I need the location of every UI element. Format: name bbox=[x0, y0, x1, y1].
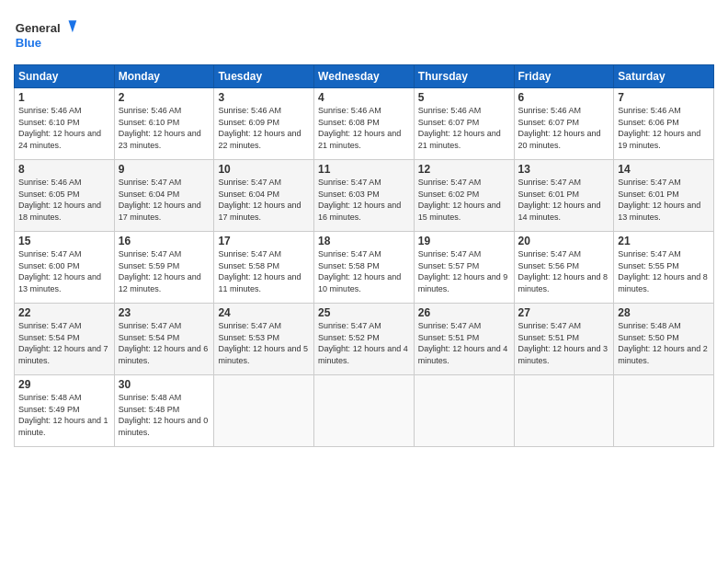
day-number: 25 bbox=[318, 306, 410, 319]
calendar-day-cell: 7 Sunrise: 5:46 AM Sunset: 6:06 PM Dayli… bbox=[614, 88, 714, 160]
calendar-day-cell: 23 Sunrise: 5:47 AM Sunset: 5:54 PM Dayl… bbox=[114, 304, 214, 375]
calendar-day-cell: 17 Sunrise: 5:47 AM Sunset: 5:58 PM Dayl… bbox=[214, 232, 314, 304]
calendar-week-row: 8 Sunrise: 5:46 AM Sunset: 6:05 PM Dayli… bbox=[15, 160, 714, 232]
calendar-day-cell: 24 Sunrise: 5:47 AM Sunset: 5:53 PM Dayl… bbox=[214, 304, 314, 375]
calendar-day-cell: 20 Sunrise: 5:47 AM Sunset: 5:56 PM Dayl… bbox=[514, 232, 614, 304]
svg-marker-2 bbox=[69, 20, 77, 32]
calendar-day-cell: 1 Sunrise: 5:46 AM Sunset: 6:10 PM Dayli… bbox=[15, 88, 115, 160]
day-info: Sunrise: 5:47 AM Sunset: 5:56 PM Dayligh… bbox=[518, 248, 610, 294]
calendar-day-cell: 10 Sunrise: 5:47 AM Sunset: 6:04 PM Dayl… bbox=[214, 160, 314, 232]
day-number: 22 bbox=[18, 306, 110, 319]
day-number: 11 bbox=[318, 163, 410, 176]
day-number: 9 bbox=[119, 163, 210, 176]
day-number: 23 bbox=[119, 306, 210, 319]
col-thursday: Thursday bbox=[414, 65, 514, 88]
calendar-day-cell bbox=[214, 375, 314, 447]
day-number: 24 bbox=[218, 306, 310, 319]
calendar-week-row: 1 Sunrise: 5:46 AM Sunset: 6:10 PM Dayli… bbox=[15, 88, 714, 160]
calendar-day-cell: 19 Sunrise: 5:47 AM Sunset: 5:57 PM Dayl… bbox=[414, 232, 514, 304]
page: General Blue Sunday Monday Tuesday Wedne… bbox=[0, 0, 728, 563]
day-info: Sunrise: 5:47 AM Sunset: 5:59 PM Dayligh… bbox=[119, 248, 210, 294]
col-sunday: Sunday bbox=[15, 65, 115, 88]
calendar-table: Sunday Monday Tuesday Wednesday Thursday… bbox=[14, 64, 714, 447]
day-number: 12 bbox=[418, 163, 510, 176]
day-info: Sunrise: 5:47 AM Sunset: 5:51 PM Dayligh… bbox=[518, 320, 610, 366]
calendar-day-cell: 21 Sunrise: 5:47 AM Sunset: 5:55 PM Dayl… bbox=[614, 232, 714, 304]
calendar-week-row: 29 Sunrise: 5:48 AM Sunset: 5:49 PM Dayl… bbox=[15, 375, 714, 447]
calendar-day-cell: 26 Sunrise: 5:47 AM Sunset: 5:51 PM Dayl… bbox=[414, 304, 514, 375]
calendar-day-cell: 22 Sunrise: 5:47 AM Sunset: 5:54 PM Dayl… bbox=[15, 304, 115, 375]
day-info: Sunrise: 5:47 AM Sunset: 5:58 PM Dayligh… bbox=[318, 248, 410, 294]
day-info: Sunrise: 5:48 AM Sunset: 5:49 PM Dayligh… bbox=[18, 392, 110, 438]
calendar-day-cell: 8 Sunrise: 5:46 AM Sunset: 6:05 PM Dayli… bbox=[15, 160, 115, 232]
day-number: 1 bbox=[18, 91, 110, 104]
day-info: Sunrise: 5:47 AM Sunset: 6:02 PM Dayligh… bbox=[418, 177, 510, 223]
day-number: 13 bbox=[518, 163, 610, 176]
day-number: 17 bbox=[218, 235, 310, 247]
logo: General Blue bbox=[14, 14, 78, 55]
calendar-day-cell: 27 Sunrise: 5:47 AM Sunset: 5:51 PM Dayl… bbox=[514, 304, 614, 375]
day-number: 27 bbox=[518, 306, 610, 319]
calendar-day-cell: 4 Sunrise: 5:46 AM Sunset: 6:08 PM Dayli… bbox=[314, 88, 415, 160]
day-info: Sunrise: 5:47 AM Sunset: 5:54 PM Dayligh… bbox=[119, 320, 210, 366]
calendar-day-cell bbox=[414, 375, 514, 447]
calendar-day-cell: 6 Sunrise: 5:46 AM Sunset: 6:07 PM Dayli… bbox=[514, 88, 614, 160]
day-info: Sunrise: 5:46 AM Sunset: 6:10 PM Dayligh… bbox=[119, 105, 210, 151]
calendar-day-cell: 2 Sunrise: 5:46 AM Sunset: 6:10 PM Dayli… bbox=[114, 88, 214, 160]
day-info: Sunrise: 5:47 AM Sunset: 5:58 PM Dayligh… bbox=[218, 248, 310, 294]
day-number: 5 bbox=[418, 91, 510, 104]
calendar-day-cell bbox=[514, 375, 614, 447]
day-number: 7 bbox=[618, 91, 710, 104]
day-number: 2 bbox=[119, 91, 210, 104]
calendar-day-cell: 11 Sunrise: 5:47 AM Sunset: 6:03 PM Dayl… bbox=[314, 160, 415, 232]
day-number: 14 bbox=[618, 163, 710, 176]
day-number: 16 bbox=[119, 235, 210, 247]
header-row: Sunday Monday Tuesday Wednesday Thursday… bbox=[15, 65, 714, 88]
calendar-day-cell bbox=[314, 375, 415, 447]
calendar-week-row: 22 Sunrise: 5:47 AM Sunset: 5:54 PM Dayl… bbox=[15, 304, 714, 375]
day-number: 19 bbox=[418, 235, 510, 247]
calendar-week-row: 15 Sunrise: 5:47 AM Sunset: 6:00 PM Dayl… bbox=[15, 232, 714, 304]
day-info: Sunrise: 5:47 AM Sunset: 5:54 PM Dayligh… bbox=[18, 320, 110, 366]
day-info: Sunrise: 5:46 AM Sunset: 6:07 PM Dayligh… bbox=[418, 105, 510, 151]
day-info: Sunrise: 5:47 AM Sunset: 6:04 PM Dayligh… bbox=[218, 177, 310, 223]
day-info: Sunrise: 5:46 AM Sunset: 6:09 PM Dayligh… bbox=[218, 105, 310, 151]
calendar-day-cell: 30 Sunrise: 5:48 AM Sunset: 5:48 PM Dayl… bbox=[114, 375, 214, 447]
day-number: 8 bbox=[18, 163, 110, 176]
svg-text:General: General bbox=[16, 21, 61, 35]
day-number: 3 bbox=[218, 91, 310, 104]
day-number: 15 bbox=[18, 235, 110, 247]
day-number: 21 bbox=[618, 235, 710, 247]
col-friday: Friday bbox=[514, 65, 614, 88]
svg-text:Blue: Blue bbox=[16, 36, 41, 50]
day-info: Sunrise: 5:48 AM Sunset: 5:48 PM Dayligh… bbox=[119, 392, 210, 438]
col-tuesday: Tuesday bbox=[214, 65, 314, 88]
day-info: Sunrise: 5:47 AM Sunset: 5:53 PM Dayligh… bbox=[218, 320, 310, 366]
day-info: Sunrise: 5:47 AM Sunset: 6:00 PM Dayligh… bbox=[18, 248, 110, 294]
day-info: Sunrise: 5:46 AM Sunset: 6:05 PM Dayligh… bbox=[18, 177, 110, 223]
calendar-day-cell: 29 Sunrise: 5:48 AM Sunset: 5:49 PM Dayl… bbox=[15, 375, 115, 447]
day-info: Sunrise: 5:46 AM Sunset: 6:06 PM Dayligh… bbox=[618, 105, 710, 151]
day-info: Sunrise: 5:48 AM Sunset: 5:50 PM Dayligh… bbox=[618, 320, 710, 366]
calendar-day-cell: 25 Sunrise: 5:47 AM Sunset: 5:52 PM Dayl… bbox=[314, 304, 415, 375]
day-number: 30 bbox=[119, 378, 210, 391]
day-info: Sunrise: 5:47 AM Sunset: 5:51 PM Dayligh… bbox=[418, 320, 510, 366]
calendar-day-cell: 16 Sunrise: 5:47 AM Sunset: 5:59 PM Dayl… bbox=[114, 232, 214, 304]
day-info: Sunrise: 5:46 AM Sunset: 6:08 PM Dayligh… bbox=[318, 105, 410, 151]
day-info: Sunrise: 5:47 AM Sunset: 5:55 PM Dayligh… bbox=[618, 248, 710, 294]
day-number: 10 bbox=[218, 163, 310, 176]
col-monday: Monday bbox=[114, 65, 214, 88]
day-number: 28 bbox=[618, 306, 710, 319]
calendar-day-cell: 28 Sunrise: 5:48 AM Sunset: 5:50 PM Dayl… bbox=[614, 304, 714, 375]
calendar-day-cell: 15 Sunrise: 5:47 AM Sunset: 6:00 PM Dayl… bbox=[15, 232, 115, 304]
day-number: 18 bbox=[318, 235, 410, 247]
day-info: Sunrise: 5:47 AM Sunset: 5:52 PM Dayligh… bbox=[318, 320, 410, 366]
day-info: Sunrise: 5:47 AM Sunset: 6:01 PM Dayligh… bbox=[518, 177, 610, 223]
day-number: 4 bbox=[318, 91, 410, 104]
col-saturday: Saturday bbox=[614, 65, 714, 88]
logo-svg: General Blue bbox=[14, 14, 78, 55]
day-number: 6 bbox=[518, 91, 610, 104]
calendar-day-cell: 18 Sunrise: 5:47 AM Sunset: 5:58 PM Dayl… bbox=[314, 232, 415, 304]
day-info: Sunrise: 5:46 AM Sunset: 6:07 PM Dayligh… bbox=[518, 105, 610, 151]
day-info: Sunrise: 5:47 AM Sunset: 5:57 PM Dayligh… bbox=[418, 248, 510, 294]
